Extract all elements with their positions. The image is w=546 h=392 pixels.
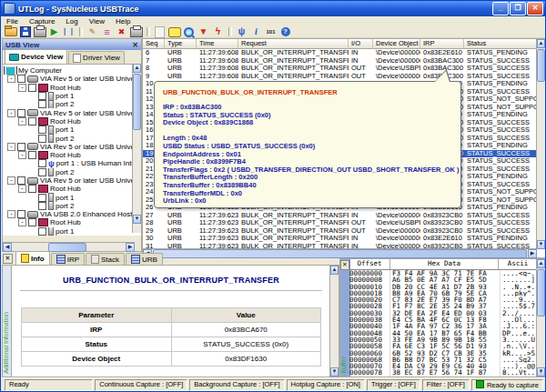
scroll-up-icon[interactable]: ▲ <box>330 266 339 275</box>
table-row[interactable]: 6URB11:27:39:608BULK_OR_INTERRUPT_TRANSF… <box>143 49 545 57</box>
tab-info[interactable]: Info <box>15 251 50 265</box>
log-columns-button[interactable]: ≡ <box>100 26 114 37</box>
tree-item[interactable]: -Root Hub <box>3 151 141 159</box>
tree-checkbox[interactable] <box>28 151 36 159</box>
column-header-i-o[interactable]: I/O <box>349 39 373 49</box>
column-header-device-object[interactable]: Device Object <box>373 39 420 49</box>
table-row[interactable]: 8URB11:27:39:608BULK_OR_INTERRUPT_TRANSF… <box>143 65 545 73</box>
tree-item[interactable]: port 1 <box>3 92 141 100</box>
tree-item[interactable]: -Root Hub <box>3 117 141 126</box>
tree-item[interactable]: port 2 <box>3 168 141 176</box>
tree-checkbox[interactable] <box>28 218 36 226</box>
export-button[interactable] <box>33 26 46 37</box>
tree-expander-icon[interactable]: - <box>18 151 26 159</box>
help-button[interactable]: ? <box>278 26 292 37</box>
start-capture-button[interactable]: ▶ <box>47 26 61 37</box>
tree-item[interactable]: -Root Hub <box>3 218 141 226</box>
info-vertical-scrollbar[interactable]: ▲ ▼ <box>329 266 339 377</box>
find-button[interactable] <box>182 26 196 37</box>
table-row[interactable]: 27URB11:27:39:623BULK_OR_INTERRUPT_TRANS… <box>143 212 545 220</box>
column-header-time[interactable]: Time <box>197 39 238 49</box>
scroll-thumb[interactable] <box>133 74 141 130</box>
tree-checkbox[interactable] <box>38 135 46 143</box>
tree-expander-icon[interactable]: - <box>7 143 15 151</box>
tooltip-toggle-button[interactable] <box>167 26 181 37</box>
tree-item[interactable]: -Root Hub <box>3 185 141 193</box>
info-panel-close-icon[interactable]: ✕ <box>3 254 13 264</box>
scroll-down-icon[interactable]: ▼ <box>330 367 339 377</box>
tree-expander-icon[interactable]: - <box>18 185 26 193</box>
tree-item[interactable]: -VIA Rev 5 or later USB Universal Host C <box>3 75 141 83</box>
tree-expander-icon[interactable]: - <box>7 176 15 185</box>
scroll-up-icon[interactable]: ▲ <box>537 259 545 268</box>
tree-horizontal-scrollbar[interactable]: ◀ ▶ <box>3 242 135 251</box>
usb-view-close-icon[interactable]: ✕ <box>132 41 138 49</box>
table-row[interactable]: 30URB11:27:39:623BULK_OR_INTERRUPT_TRANS… <box>143 235 545 243</box>
tree-checkbox[interactable] <box>38 194 46 202</box>
column-header-seq[interactable]: Seq <box>143 39 165 49</box>
tree-checkbox[interactable] <box>38 100 46 108</box>
tree-checkbox[interactable] <box>38 202 46 210</box>
tree-item[interactable]: port 1 <box>3 227 141 236</box>
tab-irp[interactable]: IRP <box>51 253 85 265</box>
scroll-thumb[interactable] <box>537 269 545 317</box>
table-row[interactable]: 29URB11:27:39:623BULK_OR_INTERRUPT_TRANS… <box>143 227 545 236</box>
hex-vertical-scrollbar[interactable]: ▲ ▼ <box>536 259 545 377</box>
tree-item[interactable]: -VIA Rev 5 or later USB Universal Host C <box>3 176 141 185</box>
delete-button[interactable]: ✖ <box>115 26 128 37</box>
tree-checkbox[interactable] <box>38 168 46 176</box>
scroll-down-icon[interactable]: ▼ <box>133 215 141 224</box>
scroll-down-icon[interactable]: ▼ <box>537 367 545 377</box>
tab-device-view[interactable]: Device View <box>5 49 67 64</box>
tree-checkbox[interactable] <box>17 75 25 83</box>
tree-item[interactable]: -VIA Rev 5 or later USB Universal Host C <box>3 143 141 151</box>
tree-checkbox[interactable] <box>17 176 25 185</box>
pause-button[interactable]: ❘❘ <box>62 26 76 37</box>
tree-item[interactable]: port 1 <box>3 193 141 201</box>
tree-expander-icon[interactable]: - <box>7 75 15 83</box>
title-bar[interactable]: UTLog - SysNucleus USBTrace _ ❐ ✕ <box>1 1 545 16</box>
menu-view[interactable]: View <box>84 16 110 26</box>
buffer-panel-close-icon[interactable]: ✕ <box>340 260 349 270</box>
tab-driver-view[interactable]: Driver View <box>68 51 125 64</box>
clear-display-button[interactable]: ✎ <box>86 26 99 37</box>
tree-item[interactable]: -VIA USB 2.0 Enhanced Host Controller <box>3 210 141 218</box>
scroll-left-icon[interactable]: ◀ <box>3 243 12 252</box>
column-header-type[interactable]: Type <box>165 39 197 49</box>
scroll-thumb[interactable] <box>537 49 545 82</box>
tree-checkbox[interactable] <box>28 117 36 126</box>
tree-item[interactable]: port 2 <box>3 134 141 142</box>
tree-item[interactable]: ψport 1 : USB Human Interface D <box>3 159 141 167</box>
table-vertical-scrollbar[interactable]: ▲ ▼ <box>536 39 545 249</box>
tree-checkbox[interactable] <box>38 159 46 167</box>
tree-item[interactable]: port 2 <box>3 202 141 210</box>
report-button[interactable] <box>153 26 167 37</box>
close-button[interactable]: ✕ <box>527 2 543 15</box>
tree-expander-icon[interactable]: - <box>18 84 26 92</box>
tree-checkbox[interactable] <box>28 185 36 193</box>
tree-expander-icon[interactable]: - <box>18 117 26 126</box>
tree-checkbox[interactable] <box>38 126 46 134</box>
tree-item[interactable]: -VIA Rev 5 or later USB Universal Host C <box>3 108 141 116</box>
tree-checkbox[interactable] <box>38 227 46 236</box>
table-row[interactable]: 28URB11:27:39:623BULK_OR_INTERRUPT_TRANS… <box>143 219 545 227</box>
scroll-thumb[interactable] <box>48 243 86 252</box>
tree-item[interactable]: My Computer <box>3 66 141 75</box>
tab-stack[interactable]: Stack <box>86 253 125 265</box>
scroll-right-icon[interactable]: ▶ <box>126 243 135 252</box>
info-button[interactable]: i <box>249 26 263 37</box>
tree-item[interactable]: port 2 <box>3 100 141 108</box>
usb-device-button[interactable]: ψ <box>235 26 248 37</box>
tree-item[interactable]: port 1 <box>3 126 141 134</box>
menu-log[interactable]: Log <box>60 16 83 26</box>
tree-vertical-scrollbar[interactable]: ▲ ▼ <box>132 64 141 233</box>
tree-expander-icon[interactable]: - <box>7 109 15 117</box>
minimize-button[interactable]: _ <box>492 2 509 15</box>
scroll-down-icon[interactable]: ▼ <box>537 240 545 249</box>
table-row[interactable]: 7URB11:27:39:608BULK_OR_INTERRUPT_TRANSF… <box>143 57 545 65</box>
trigger-button[interactable]: ϟ <box>211 26 225 37</box>
tree-checkbox[interactable] <box>28 84 36 92</box>
column-header-status[interactable]: Status <box>464 39 539 49</box>
scroll-right-icon[interactable]: ▶ <box>528 249 537 258</box>
tree-expander-icon[interactable]: - <box>18 218 26 226</box>
